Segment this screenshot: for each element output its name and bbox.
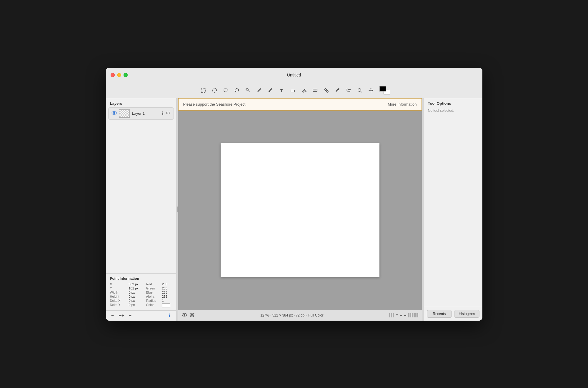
eyedropper-tool[interactable] [332, 85, 342, 95]
pi-green-label: Green [146, 287, 161, 290]
layer-link-icon[interactable] [166, 111, 171, 116]
svg-point-9 [269, 91, 269, 92]
pi-deltay-value: 0 px [129, 303, 145, 307]
toolbar: T [106, 83, 482, 98]
progress-seg-6 [412, 313, 413, 317]
rect-select-tool[interactable] [198, 85, 208, 95]
layer-name-label: Layer 1 [132, 111, 159, 116]
ellipse-select-tool[interactable] [209, 85, 219, 95]
minimize-button[interactable] [117, 73, 121, 77]
canvas-padding [178, 111, 422, 310]
status-equals-button[interactable]: = [396, 313, 398, 318]
progress-seg-8 [415, 313, 417, 317]
layer-item[interactable]: Layer 1 ℹ [108, 107, 174, 120]
pi-alpha-label: Alpha [146, 295, 161, 298]
svg-marker-32 [370, 92, 372, 93]
magic-wand-tool[interactable] [243, 85, 253, 95]
right-panel-spacer [424, 114, 482, 307]
pi-blue-value: 255 [162, 291, 175, 294]
crop-tool[interactable] [344, 85, 354, 95]
app-window: Untitled [106, 68, 482, 321]
maximize-button[interactable] [124, 73, 128, 77]
pi-color-label: Color [146, 303, 161, 307]
pi-radius-value: 1 [162, 299, 175, 302]
lasso-select-tool[interactable] [221, 85, 231, 95]
clone-tool[interactable] [321, 85, 331, 95]
resize-dots [177, 207, 178, 212]
main-layout: Layers Layer 1 ℹ [106, 98, 482, 321]
canvas-visibility-button[interactable] [182, 313, 187, 318]
progress-seg-3 [393, 313, 394, 317]
pi-red-value: 255 [162, 282, 175, 286]
svg-point-39 [184, 314, 185, 316]
canvas-layers-button[interactable] [189, 312, 195, 318]
pi-blue-label: Blue [146, 291, 161, 294]
color-preview-swatch [162, 303, 170, 307]
progress-seg-1 [389, 313, 390, 317]
status-controls: = + − [389, 313, 418, 318]
canvas-document[interactable] [221, 143, 379, 277]
notification-bar: Please support the Seashore Project. Mor… [178, 98, 422, 111]
pi-deltax-value: 0 px [129, 299, 145, 302]
pencil-tool[interactable] [254, 85, 264, 95]
svg-marker-40 [190, 313, 194, 315]
histogram-tab-button[interactable]: Histogram [454, 310, 479, 318]
layers-info-button[interactable]: ℹ [166, 312, 173, 319]
fill-tool[interactable] [299, 85, 309, 95]
color-swatches[interactable] [379, 86, 390, 94]
remove-layer-button[interactable]: − [109, 312, 116, 319]
layers-bottom-bar: − ++ + ℹ [106, 310, 176, 321]
pi-height-label: Height [110, 295, 128, 298]
svg-point-14 [325, 89, 327, 91]
pi-green-value: 255 [162, 287, 175, 290]
progress-seg-7 [414, 313, 415, 317]
polygon-select-tool[interactable] [232, 85, 242, 95]
eraser-tool[interactable] [288, 85, 298, 95]
status-plus-button[interactable]: + [400, 313, 402, 318]
svg-point-19 [327, 91, 328, 92]
canvas-area: Please support the Seashore Project. Mor… [178, 98, 422, 321]
svg-marker-34 [372, 90, 373, 91]
svg-line-3 [248, 90, 250, 92]
move-tool[interactable] [366, 85, 376, 95]
more-information-link[interactable]: More Information [388, 102, 417, 106]
svg-rect-10 [291, 90, 294, 92]
svg-rect-13 [313, 89, 317, 91]
pi-deltax-label: Delta X [110, 299, 128, 302]
zoom-tool[interactable] [355, 85, 365, 95]
smudge-tool[interactable] [310, 85, 320, 95]
brush-tool[interactable] [265, 85, 275, 95]
layer-info-icon[interactable]: ℹ [162, 111, 164, 116]
svg-point-12 [305, 91, 306, 92]
layer-thumbnail [119, 109, 130, 118]
duplicate-layer-button[interactable]: ++ [118, 312, 125, 319]
pi-deltay-label: Delta Y [110, 303, 128, 307]
recents-tab-button[interactable]: Recents [427, 310, 452, 318]
pi-y-value: 101 px [129, 287, 145, 290]
canvas-scroll-area[interactable] [178, 111, 422, 310]
svg-marker-2 [235, 88, 239, 92]
layer-visibility-icon[interactable] [111, 111, 117, 116]
pi-width-label: Width [110, 291, 128, 294]
progress-bar-area [389, 313, 394, 317]
pi-radius-label: Radius [146, 299, 161, 302]
add-layer-button[interactable]: + [127, 312, 134, 319]
left-panel: Layers Layer 1 ℹ [106, 98, 176, 321]
foreground-color-swatch[interactable] [379, 86, 386, 91]
pi-color-value [162, 303, 175, 307]
svg-point-27 [358, 89, 361, 91]
traffic-lights [111, 73, 128, 77]
pi-height-value: 0 px [129, 295, 145, 298]
svg-point-4 [246, 89, 248, 90]
status-minus-button[interactable]: − [404, 313, 406, 318]
text-tool[interactable]: T [276, 85, 286, 95]
close-button[interactable] [111, 73, 115, 77]
pi-y-label: Y [110, 287, 128, 290]
point-info-title: Point Information [110, 277, 172, 281]
progress-seg-5 [410, 313, 411, 317]
window-title: Untitled [287, 73, 301, 77]
layers-header: Layers [106, 98, 176, 107]
progress-seg-2 [391, 313, 392, 317]
progress-bar-area-2 [408, 313, 418, 317]
svg-line-28 [361, 91, 362, 92]
